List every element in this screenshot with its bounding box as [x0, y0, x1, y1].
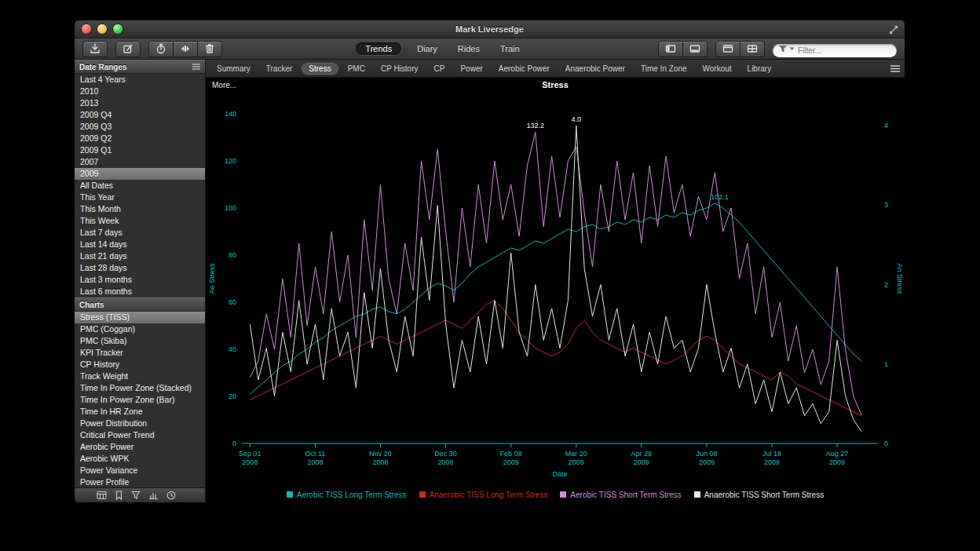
tab-pmc[interactable]: PMC: [342, 63, 371, 75]
toggle-lowbar-button[interactable]: [683, 41, 708, 57]
titlebar[interactable]: Mark Liversedge: [75, 20, 905, 38]
sidebar-item-daterange-this-year[interactable]: This Year: [75, 192, 205, 203]
sidebar-item-daterange-last-28-days[interactable]: Last 28 days: [75, 262, 205, 274]
view-tab-rides[interactable]: Rides: [453, 42, 485, 55]
toggle-sidebar-button[interactable]: [658, 41, 683, 57]
traffic-lights: [82, 24, 122, 34]
stress-chart-svg: Sep 012008Oct 112008Nov 202008Dec 302008…: [206, 93, 905, 489]
x-tick-label: Jul 18: [762, 450, 781, 458]
y-left-tick-label: 80: [229, 251, 236, 259]
sidebar-item-daterange-last-21-days[interactable]: Last 21 days: [75, 250, 205, 262]
tiled-view-button[interactable]: [740, 41, 765, 57]
sidebar-item-chart-pmc-coggan[interactable]: PMC (Coggan): [75, 323, 205, 335]
sidebar-item-chart-power-variance[interactable]: Power Variance: [75, 465, 205, 476]
sidebar-item-daterange-2009-q1[interactable]: 2009 Q1: [75, 144, 205, 156]
tab-tracker[interactable]: Tracker: [260, 63, 299, 75]
sidebar-item-daterange-last-4-years[interactable]: Last 4 Years: [75, 74, 205, 86]
sidebar-item-daterange-2009-q3[interactable]: 2009 Q3: [75, 121, 205, 133]
tabbed-view-button[interactable]: [715, 41, 740, 57]
sidebar-item-chart-aerobic-power[interactable]: Aerobic Power: [75, 441, 205, 453]
chart-icon[interactable]: [148, 491, 159, 500]
date-ranges-menu-icon[interactable]: [192, 64, 200, 70]
sidebar-item-daterange-last-3-months[interactable]: Last 3 months: [75, 274, 205, 286]
legend-item-aerobic-tiss-long-term-stress: Aerobic TISS Long Term Stress: [287, 491, 407, 499]
view-tab-train[interactable]: Train: [495, 42, 525, 55]
sidebar-item-daterange-last-7-days[interactable]: Last 7 days: [75, 227, 205, 239]
sidebar-item-chart-time-in-power-zone-bar[interactable]: Time In Power Zone (Bar): [75, 394, 205, 406]
content-area: Date Ranges Last 4 Years201020132009 Q42…: [75, 60, 905, 502]
sidebar-item-daterange-last-14-days[interactable]: Last 14 days: [75, 239, 205, 250]
y-right-tick-label: 1: [884, 360, 888, 368]
date-ranges-header-label: Date Ranges: [79, 63, 127, 71]
tab-cp[interactable]: CP: [428, 63, 452, 75]
y-right-tick-label: 3: [884, 201, 888, 209]
x-tick-label: Oct 11: [305, 450, 326, 458]
tab-summary[interactable]: Summary: [210, 63, 257, 75]
date-range-list: Last 4 Years201020132009 Q42009 Q32009 Q…: [75, 74, 205, 297]
x-tick-label: 2008: [242, 458, 258, 466]
tab-cp-history[interactable]: CP History: [375, 63, 425, 75]
chart-list: Stress (TISS)PMC (Coggan)PMC (Skiba)KPI …: [75, 312, 205, 487]
y-right-tick-label: 2: [884, 281, 888, 289]
stopwatch-button[interactable]: [148, 41, 174, 57]
view-switcher: TrendsDiaryRidesTrain: [356, 42, 524, 55]
sidebar-item-daterange-2009[interactable]: 2009: [75, 168, 205, 180]
y-left-tick-label: 100: [225, 204, 236, 212]
sidebar-item-chart-time-in-hr-zone[interactable]: Time In HR Zone: [75, 406, 205, 418]
zoom-window-button[interactable]: [113, 24, 122, 34]
sidebar-item-daterange-last-6-months[interactable]: Last 6 months: [75, 286, 205, 297]
main-area: SummaryTrackerStressPMCCP HistoryCPPower…: [206, 60, 905, 502]
sidebar-item-daterange-2009-q4[interactable]: 2009 Q4: [75, 109, 205, 121]
sidebar-footer: [75, 487, 205, 502]
clock-icon[interactable]: [166, 491, 176, 500]
tab-aerobic-power[interactable]: Aerobic Power: [492, 63, 556, 75]
tab-stress[interactable]: Stress: [302, 63, 338, 75]
sidebar-item-chart-time-in-power-zone-stacked[interactable]: Time In Power Zone (Stacked): [75, 382, 205, 394]
tabbar-menu-icon[interactable]: [890, 65, 900, 72]
sidebar-item-chart-power-distribution[interactable]: Power Distribution: [75, 418, 205, 429]
tab-anaerobic-power[interactable]: Anaerobic Power: [559, 63, 631, 75]
legend-item-anaerobic-tiss-long-term-stress: Anaerobic TISS Long Term Stress: [419, 491, 548, 499]
charts-header-label: Charts: [79, 301, 104, 309]
view-tab-trends[interactable]: Trends: [356, 42, 401, 55]
sidebar-item-daterange-2013[interactable]: 2013: [75, 97, 205, 109]
tab-time-in-zone[interactable]: Time In Zone: [634, 63, 693, 75]
sidebar-item-chart-pmc-skiba[interactable]: PMC (Skiba): [75, 335, 205, 347]
sidebar-item-chart-aerobic-wpk[interactable]: Aerobic WPK: [75, 453, 205, 465]
sidebar-item-chart-critical-power-trend[interactable]: Critical Power Trend: [75, 429, 205, 441]
x-tick-label: Dec 30: [434, 450, 457, 458]
sidebar-item-chart-kpi-tracker[interactable]: KPI Tracker: [75, 347, 205, 359]
calendar-icon[interactable]: [97, 491, 107, 500]
filter-funnel-icon[interactable]: [778, 45, 795, 53]
sidebar-item-daterange-2009-q2[interactable]: 2009 Q2: [75, 133, 205, 144]
sidebar-item-chart-cp-history[interactable]: CP History: [75, 359, 205, 370]
y-left-tick-label: 40: [229, 345, 236, 353]
sidebar-item-chart-track-weight[interactable]: Track Weight: [75, 370, 205, 382]
bookmark-icon[interactable]: [115, 491, 123, 500]
filter-icon[interactable]: [131, 491, 141, 500]
tab-workout[interactable]: Workout: [697, 63, 738, 75]
sidebar-item-daterange-this-month[interactable]: This Month: [75, 203, 205, 215]
intervals-button[interactable]: [174, 41, 198, 57]
fullscreen-icon[interactable]: [889, 24, 898, 38]
sidebar-item-daterange-2007[interactable]: 2007: [75, 156, 205, 168]
sidebar-item-chart-power-profile[interactable]: Power Profile: [75, 476, 205, 487]
charts-header[interactable]: Charts: [75, 297, 205, 312]
tab-power[interactable]: Power: [454, 63, 488, 75]
sidebar-item-chart-stress-tiss[interactable]: Stress (TISS): [75, 312, 205, 323]
tab-library[interactable]: Library: [741, 63, 778, 75]
save-button[interactable]: [82, 41, 108, 57]
x-tick-label: 2009: [569, 458, 584, 466]
edit-ride-button[interactable]: [115, 41, 141, 57]
close-window-button[interactable]: [82, 24, 91, 34]
date-ranges-header[interactable]: Date Ranges: [75, 60, 205, 74]
minimize-window-button[interactable]: [97, 24, 107, 34]
view-tab-diary[interactable]: Diary: [412, 42, 442, 55]
series-line-anaerobic-tiss-short-term-stress: [250, 126, 861, 432]
y-left-tick-label: 20: [229, 392, 236, 400]
delete-button[interactable]: [198, 41, 222, 57]
sidebar-item-daterange-2010[interactable]: 2010: [75, 86, 205, 97]
sidebar-item-daterange-this-week[interactable]: This Week: [75, 215, 205, 227]
sidebar-item-daterange-all-dates[interactable]: All Dates: [75, 180, 205, 192]
x-tick-label: 2009: [829, 458, 845, 466]
